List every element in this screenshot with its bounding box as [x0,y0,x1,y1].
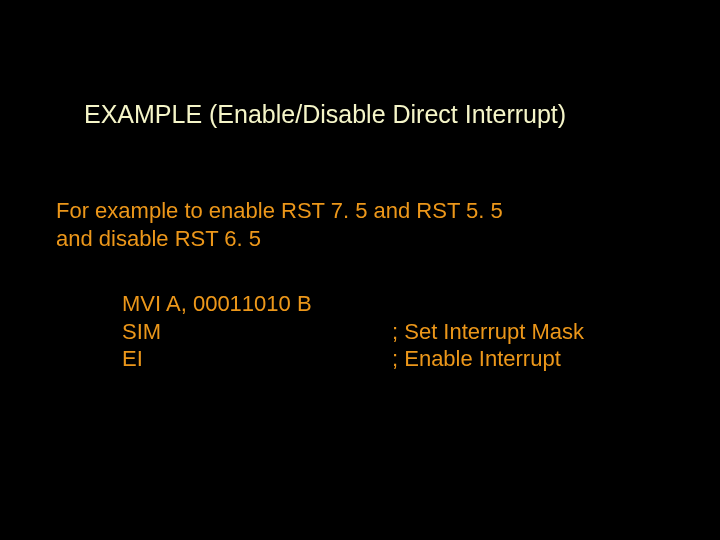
intro-text: For example to enable RST 7. 5 and RST 5… [56,197,503,252]
intro-line-2: and disable RST 6. 5 [56,225,503,253]
code-comment-2: ; Set Interrupt Mask [392,318,584,346]
intro-line-1: For example to enable RST 7. 5 and RST 5… [56,197,503,225]
code-line-2: SIM; Set Interrupt Mask [122,318,584,346]
code-instr-3: EI [122,345,392,373]
slide-title: EXAMPLE (Enable/Disable Direct Interrupt… [84,100,566,129]
code-comment-3: ; Enable Interrupt [392,345,561,373]
code-block: MVI A, 00011010 B SIM; Set Interrupt Mas… [122,290,584,373]
code-line-3: EI; Enable Interrupt [122,345,584,373]
code-instr-2: SIM [122,318,392,346]
code-instr-1: MVI A, 00011010 B [122,290,392,318]
slide: EXAMPLE (Enable/Disable Direct Interrupt… [0,0,720,540]
code-line-1: MVI A, 00011010 B [122,290,584,318]
